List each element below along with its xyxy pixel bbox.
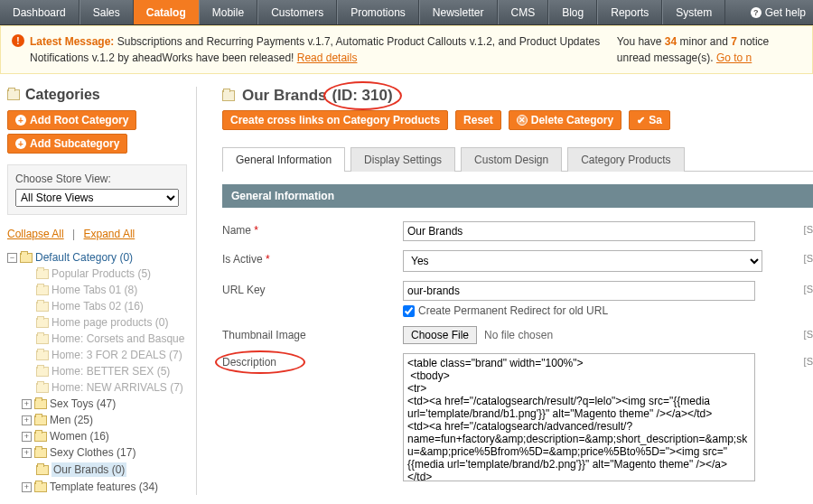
delete-category-button[interactable]: ✕Delete Category <box>509 110 621 130</box>
choose-file-button[interactable]: Choose File <box>403 326 477 344</box>
category-tree: − Default Category (0) Popular Products … <box>7 249 187 495</box>
redirect-label: Create Permanent Redirect for old URL <box>418 304 608 317</box>
tree-item[interactable]: Home: Corsets and Basque <box>22 331 187 347</box>
tree-item[interactable]: +Sexy Clothes (17) <box>22 444 187 461</box>
is-active-select[interactable]: Yes <box>403 250 762 272</box>
categories-heading: Categories <box>25 87 100 103</box>
tab-general-information[interactable]: General Information <box>222 147 345 172</box>
nav-dashboard[interactable]: Dashboard <box>0 0 79 24</box>
tree-item[interactable]: Popular Products (5) <box>22 266 187 282</box>
tab-custom-design[interactable]: Custom Design <box>461 147 562 172</box>
tree-item[interactable]: Home: BETTER SEX (5) <box>22 363 187 379</box>
tab-category-products[interactable]: Category Products <box>567 147 684 172</box>
folder-icon <box>36 350 49 360</box>
redirect-checkbox[interactable] <box>403 305 415 317</box>
url-key-input[interactable] <box>403 281 755 301</box>
tree-item-selected[interactable]: Our Brands (0) <box>22 461 187 479</box>
nav-catalog[interactable]: Catalog <box>134 0 199 24</box>
help-icon: ? <box>751 7 762 18</box>
store-view-label: Choose Store View: <box>15 173 179 185</box>
expand-all-link[interactable]: Expand All <box>84 228 136 240</box>
store-view-panel: Choose Store View: All Store Views <box>7 164 187 215</box>
tree-item[interactable]: +Women (16) <box>22 428 187 444</box>
main-content: Our Brands (ID: 310) Create cross links … <box>197 87 813 495</box>
folder-open-icon <box>36 465 49 475</box>
top-navigation: Dashboard Sales Catalog Mobile Customers… <box>0 0 813 25</box>
description-textarea[interactable]: <table class="brand" width="100%"> <tbod… <box>403 353 755 481</box>
nav-reports[interactable]: Reports <box>597 0 662 24</box>
folder-icon <box>36 318 49 328</box>
nav-mobile[interactable]: Mobile <box>199 0 257 24</box>
add-root-category-button[interactable]: +Add Root Category <box>7 110 136 130</box>
tabs: General Information Display Settings Cus… <box>222 146 813 172</box>
categories-icon <box>7 89 20 100</box>
nav-sales[interactable]: Sales <box>79 0 134 24</box>
is-active-label: Is Active * <box>222 250 403 266</box>
plus-icon: + <box>15 115 26 126</box>
folder-icon <box>34 399 47 409</box>
file-status: No file chosen <box>484 329 553 341</box>
name-input[interactable] <box>403 221 755 241</box>
expand-icon[interactable]: + <box>22 432 32 442</box>
tree-item[interactable]: Home: 3 FOR 2 DEALS (7) <box>22 347 187 363</box>
collapse-icon[interactable]: − <box>7 253 17 263</box>
goto-notifications-link[interactable]: Go to n <box>716 51 752 64</box>
help-link[interactable]: ? Get help <box>743 0 813 24</box>
tree-item[interactable]: +Men (25) <box>22 412 187 428</box>
sidebar: Categories +Add Root Category +Add Subca… <box>0 87 197 495</box>
tree-item[interactable]: Home: NEW ARRIVALS (7) <box>22 379 187 396</box>
expand-icon[interactable]: + <box>22 482 32 492</box>
description-label: Description <box>222 353 403 369</box>
latest-message-label: Latest Message: <box>30 35 114 48</box>
notice-count: 7 <box>731 35 737 48</box>
folder-icon <box>36 285 49 295</box>
section-header: General Information <box>222 184 813 208</box>
tree-item[interactable]: Home page products (0) <box>22 314 187 331</box>
tree-root[interactable]: − Default Category (0) <box>7 249 187 266</box>
folder-icon <box>36 334 49 344</box>
save-button[interactable]: ✔Sa <box>629 110 670 130</box>
add-subcategory-button[interactable]: +Add Subcategory <box>7 134 127 154</box>
entity-id: (ID: 310) <box>332 87 393 104</box>
tree-item[interactable]: Home Tabs 01 (8) <box>22 282 187 298</box>
scope-hint: [S <box>793 250 813 264</box>
notification-bar: ! Latest Message: Subscriptions and Recu… <box>0 25 813 74</box>
thumbnail-label: Thumbnail Image <box>222 326 403 341</box>
folder-icon <box>34 432 47 442</box>
folder-icon <box>36 302 49 312</box>
delete-icon: ✕ <box>517 115 528 126</box>
folder-open-icon <box>20 253 33 263</box>
tree-item[interactable]: Home Tabs 02 (16) <box>22 298 187 314</box>
expand-icon[interactable]: + <box>22 448 32 458</box>
scope-hint: [S <box>793 281 813 294</box>
notice-count-prefix: You have <box>617 35 665 48</box>
folder-icon <box>36 367 49 377</box>
create-cross-links-button[interactable]: Create cross links on Category Products <box>222 110 448 130</box>
nav-blog[interactable]: Blog <box>548 0 597 24</box>
tree-label[interactable]: Default Category (0) <box>35 251 133 264</box>
plus-icon: + <box>15 138 26 149</box>
scope-hint: [S <box>793 326 813 340</box>
url-key-label: URL Key <box>222 281 403 296</box>
tree-item[interactable]: +Template features (34) <box>22 479 187 495</box>
help-label: Get help <box>765 6 806 19</box>
store-view-select[interactable]: All Store Views <box>15 189 179 207</box>
nav-customers[interactable]: Customers <box>257 0 337 24</box>
expand-icon[interactable]: + <box>22 399 32 409</box>
page-icon <box>222 90 235 101</box>
scope-hint: [S <box>793 221 813 235</box>
nav-cms[interactable]: CMS <box>498 0 549 24</box>
tab-display-settings[interactable]: Display Settings <box>350 147 455 172</box>
read-details-link[interactable]: Read details <box>297 51 358 64</box>
minor-count: 34 <box>665 35 677 48</box>
warning-icon: ! <box>12 34 24 47</box>
folder-icon <box>34 415 47 425</box>
collapse-all-link[interactable]: Collapse All <box>7 228 64 240</box>
expand-icon[interactable]: + <box>22 415 32 425</box>
nav-promotions[interactable]: Promotions <box>337 0 419 24</box>
tree-item[interactable]: +Sex Toys (47) <box>22 396 187 412</box>
nav-newsletter[interactable]: Newsletter <box>419 0 498 24</box>
folder-icon <box>36 269 49 279</box>
reset-button[interactable]: Reset <box>455 110 501 130</box>
nav-system[interactable]: System <box>662 0 725 24</box>
